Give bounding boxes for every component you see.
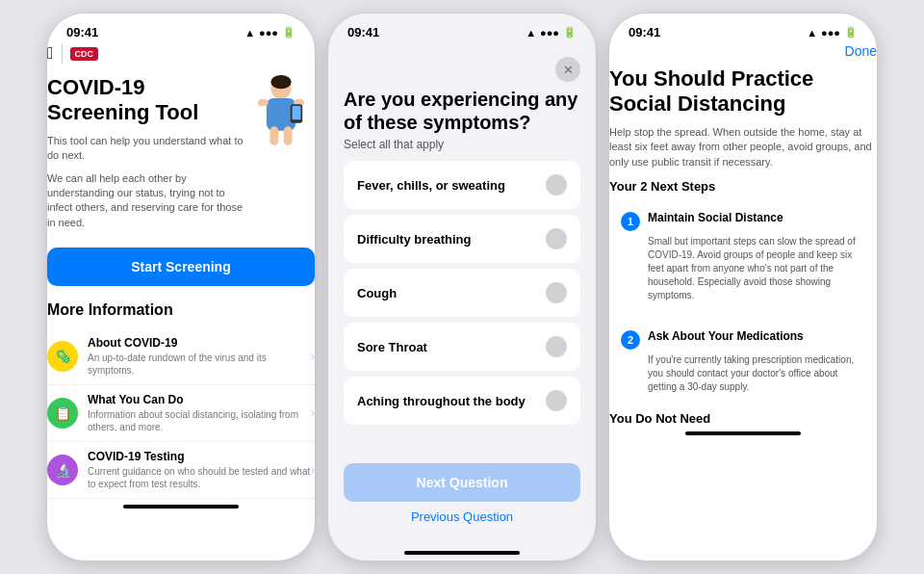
wifi-icon-2: ▲ bbox=[526, 27, 536, 39]
info-item-whatyoucando[interactable]: 📋 What You Can Do Information about soci… bbox=[47, 385, 315, 442]
status-icons-1: ▲ ●●● 🔋 bbox=[244, 26, 295, 39]
status-bar-1: 09:41 ▲ ●●● 🔋 bbox=[47, 13, 315, 43]
symptom-breathing[interactable]: Difficulty breathing bbox=[344, 215, 580, 263]
app-desc1: This tool can help you understand what t… bbox=[47, 134, 247, 164]
step-desc-1: Small but important steps can slow the s… bbox=[621, 235, 865, 302]
logo-bar:  CDC bbox=[47, 43, 315, 64]
info-desc-covid: An up-to-date rundown of the virus and i… bbox=[88, 352, 311, 377]
logo-divider bbox=[62, 44, 63, 64]
step-header-1: 1 Maintain Social Distance bbox=[621, 211, 865, 231]
status-bar-2: 09:41 ▲ ●●● 🔋 bbox=[328, 13, 596, 43]
toggle-fever[interactable] bbox=[546, 174, 567, 196]
time-2: 09:41 bbox=[347, 25, 379, 39]
step-card-2: 2 Ask About Your Medications If you're c… bbox=[609, 320, 877, 404]
symptom-label-fever: Fever, chills, or sweating bbox=[357, 178, 505, 193]
next-question-button[interactable]: Next Question bbox=[344, 463, 580, 502]
step-number-1: 1 bbox=[621, 212, 640, 231]
hero-illustration bbox=[247, 75, 315, 152]
phone-result: 09:41 ▲ ●●● 🔋 Done You Should Practice S… bbox=[608, 13, 878, 561]
step-desc-2: If you're currently taking prescription … bbox=[621, 353, 865, 394]
cdc-badge: CDC bbox=[70, 47, 99, 61]
battery-icon: 🔋 bbox=[282, 26, 295, 39]
symptom-label-aching: Aching throughout the body bbox=[357, 394, 526, 408]
info-item-testing[interactable]: 🔬 COVID-19 Testing Current guidance on w… bbox=[47, 442, 315, 499]
step-card-1: 1 Maintain Social Distance Small but imp… bbox=[609, 201, 877, 312]
signal-icon-2: ●●● bbox=[540, 27, 559, 39]
svg-rect-2 bbox=[270, 126, 278, 145]
next-steps-heading: Your 2 Next Steps bbox=[609, 179, 877, 194]
start-screening-button[interactable]: Start Screening bbox=[47, 248, 315, 286]
toggle-aching[interactable] bbox=[546, 390, 567, 411]
battery-icon-3: 🔋 bbox=[844, 26, 858, 39]
svg-rect-7 bbox=[293, 106, 301, 119]
home-indicator-3 bbox=[685, 431, 801, 435]
step-header-2: 2 Ask About Your Medications bbox=[621, 329, 865, 350]
chevron-icon-1: › bbox=[311, 350, 315, 363]
home-indicator-2 bbox=[404, 551, 520, 555]
info-text-covid: About COVID-19 An up-to-date rundown of … bbox=[88, 336, 311, 377]
signal-icon-3: ●●● bbox=[821, 27, 840, 39]
symptom-label-sorethroat: Sore Throat bbox=[357, 340, 427, 354]
toggle-cough[interactable] bbox=[546, 282, 567, 303]
info-desc-whatyoucando: Information about social distancing, iso… bbox=[88, 408, 311, 433]
toggle-breathing[interactable] bbox=[546, 228, 567, 249]
previous-question-link[interactable]: Previous Question bbox=[344, 502, 580, 532]
battery-icon-2: 🔋 bbox=[563, 26, 577, 39]
wifi-icon: ▲ bbox=[244, 27, 255, 39]
apple-logo:  bbox=[47, 43, 54, 64]
symptom-label-cough: Cough bbox=[357, 286, 397, 300]
done-button[interactable]: Done bbox=[609, 43, 877, 59]
svg-rect-3 bbox=[284, 126, 293, 145]
close-button[interactable]: ✕ bbox=[555, 57, 580, 82]
info-text-whatyoucando: What You Can Do Information about social… bbox=[88, 393, 311, 433]
status-bar-3: 09:41 ▲ ●●● 🔋 bbox=[609, 13, 877, 43]
info-text-testing: COVID-19 Testing Current guidance on who… bbox=[88, 450, 311, 490]
result-title: You Should Practice Social Distancing bbox=[609, 66, 877, 117]
status-icons-3: ▲ ●●● 🔋 bbox=[807, 26, 858, 39]
symptom-aching[interactable]: Aching throughout the body bbox=[344, 377, 580, 425]
more-info-heading: More Information bbox=[47, 301, 315, 319]
question-subtitle: Select all that apply bbox=[344, 138, 580, 151]
signal-icon: ●●● bbox=[259, 27, 278, 39]
hero-section: COVID-19 Screening Tool This tool can he… bbox=[47, 75, 315, 238]
chevron-icon-2: › bbox=[311, 406, 315, 420]
time-3: 09:41 bbox=[629, 25, 660, 39]
info-desc-testing: Current guidance on who should be tested… bbox=[88, 465, 311, 490]
time-1: 09:41 bbox=[66, 25, 98, 39]
symptom-label-breathing: Difficulty breathing bbox=[357, 232, 471, 247]
info-title-covid: About COVID-19 bbox=[88, 336, 311, 350]
svg-point-8 bbox=[270, 75, 291, 89]
home-indicator-1 bbox=[123, 505, 239, 509]
step-title-1: Maintain Social Distance bbox=[648, 211, 783, 224]
covid-icon: 🦠 bbox=[47, 341, 78, 372]
symptom-cough[interactable]: Cough bbox=[344, 269, 580, 317]
chevron-icon-3: › bbox=[311, 463, 315, 477]
step-number-2: 2 bbox=[621, 330, 640, 350]
phone-home: 09:41 ▲ ●●● 🔋  CDC COVID-19 Screening T… bbox=[46, 13, 316, 561]
app-title: COVID-19 Screening Tool bbox=[47, 75, 247, 126]
question-title: Are you experiencing any of these sympto… bbox=[344, 88, 580, 134]
phone-symptoms: 09:41 ▲ ●●● 🔋 ✕ Are you experiencing any… bbox=[327, 13, 597, 561]
hero-text: COVID-19 Screening Tool This tool can he… bbox=[47, 75, 247, 238]
info-item-covid[interactable]: 🦠 About COVID-19 An up-to-date rundown o… bbox=[47, 328, 315, 385]
wifi-icon-3: ▲ bbox=[807, 27, 817, 39]
step-title-2: Ask About Your Medications bbox=[648, 329, 804, 343]
you-do-not-need-heading: You Do Not Need bbox=[609, 411, 877, 426]
result-desc: Help stop the spread. When outside the h… bbox=[609, 125, 877, 170]
symptom-list: Fever, chills, or sweating Difficulty br… bbox=[344, 161, 580, 456]
testing-icon: 🔬 bbox=[47, 455, 78, 485]
info-title-testing: COVID-19 Testing bbox=[88, 450, 311, 463]
svg-rect-4 bbox=[258, 99, 269, 106]
toggle-sorethroat[interactable] bbox=[546, 336, 567, 357]
app-desc2: We can all help each other by understand… bbox=[47, 171, 247, 231]
info-title-whatyoucando: What You Can Do bbox=[88, 393, 311, 406]
symptom-fever[interactable]: Fever, chills, or sweating bbox=[344, 161, 580, 209]
status-icons-2: ▲ ●●● 🔋 bbox=[526, 26, 577, 39]
symptom-sorethroat[interactable]: Sore Throat bbox=[344, 323, 580, 371]
whatyoucando-icon: 📋 bbox=[47, 398, 78, 429]
